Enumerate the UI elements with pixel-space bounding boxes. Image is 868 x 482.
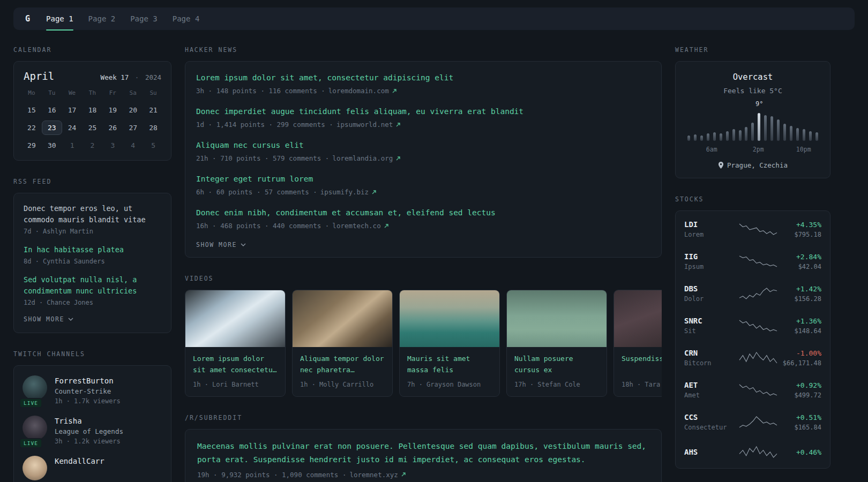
calendar: April Week 17 · 2024 Mo Tu We Th Fr Sa S…	[13, 61, 171, 161]
stock-values: +0.51% $165.84	[794, 413, 821, 431]
rss-feed: Donec tempor eros leo, ut commodo mauris…	[13, 193, 171, 333]
weather-bar	[790, 126, 792, 141]
hn-item-title[interactable]: Lorem ipsum dolor sit amet, consectetur …	[196, 72, 650, 84]
hn-item-domain-link[interactable]: loremtech.co	[332, 222, 388, 230]
hn-item-stats: 16h · 468 points · 440 comments ·	[196, 222, 329, 230]
page-tab[interactable]: Page 1	[46, 7, 73, 30]
video-thumbnail[interactable]	[614, 290, 662, 347]
calendar-days-grid: 15 16 17 18 19 20 21 22 23 24 25 26 27 2…	[21, 103, 163, 153]
video-title[interactable]: Mauris sit amet massa felis	[407, 353, 492, 376]
video-title[interactable]: Nullam posuere cursus ex	[514, 353, 599, 376]
video-title[interactable]: Aliquam tempor dolor nec pharetra…	[300, 353, 385, 376]
stock-sparkline	[739, 319, 777, 333]
page-tab[interactable]: Page 3	[130, 7, 158, 30]
video-card[interactable]: Nullam posuere cursus ex 17h · Stefan Co…	[506, 290, 607, 397]
video-card[interactable]: Suspendisse diam 18h · Tara	[613, 290, 662, 397]
dashboard-columns: CALENDAR April Week 17 · 2024 Mo Tu We T…	[13, 46, 855, 482]
video-title[interactable]: Lorem ipsum dolor sit amet consectetu…	[193, 353, 278, 376]
video-thumbnail[interactable]	[400, 290, 499, 347]
hn-item-domain-link[interactable]: loremdomain.com	[328, 87, 397, 95]
calendar-day: 21	[143, 103, 163, 117]
stock-row[interactable]: IIG Ipsum +2.84% $42.04	[676, 245, 830, 277]
weather-time-10pm: 10pm	[796, 146, 811, 153]
stock-change: -1.00%	[783, 349, 821, 357]
subreddit-domain-link[interactable]: loremnet.xyz	[349, 471, 406, 479]
page-tab-label: Page 2	[88, 14, 116, 23]
video-thumbnail[interactable]	[185, 290, 285, 347]
hn-item-domain-link[interactable]: ipsumify.biz	[320, 188, 377, 196]
video-thumbnail[interactable]	[507, 290, 607, 347]
rss-show-more-button[interactable]: SHOW MORE	[24, 315, 73, 323]
rss-item-meta-text: 12d · Chance Jones	[24, 299, 93, 306]
hn-item-domain-link[interactable]: loremlandia.org	[332, 154, 401, 162]
page-tab[interactable]: Page 2	[88, 7, 116, 30]
hackernews-show-more-button[interactable]: SHOW MORE	[196, 241, 246, 248]
video-body: Aliquam tempor dolor nec pharetra… 1h · …	[293, 347, 392, 396]
subreddit-post-title[interactable]: Maecenas mollis pulvinar erat non posuer…	[197, 440, 649, 467]
rss-item-title[interactable]: Donec tempor eros leo, ut commodo mauris…	[24, 203, 161, 225]
rss-item: In hac habitasse platea 8d · Cynthia Sau…	[24, 244, 161, 265]
rss-item-title[interactable]: Sed volutpat nulla nisl, a condimentum n…	[24, 274, 161, 297]
video-card[interactable]: Lorem ipsum dolor sit amet consectetu… 1…	[185, 290, 286, 397]
stock-company: Consectetur	[684, 424, 735, 431]
show-more-label: SHOW MORE	[196, 241, 237, 248]
calendar-week: Week 17	[101, 73, 129, 81]
stock-row[interactable]: AET Amet +0.92% $499.72	[676, 374, 830, 406]
twitch-channel[interactable]: LIVE Trisha League of Legends 3h · 1.2k …	[23, 416, 162, 445]
hn-item-domain-link[interactable]: ipsumworld.net	[336, 120, 401, 129]
stock-symbol: LDI	[684, 220, 735, 229]
hn-item-title[interactable]: Integer eget rutrum lorem	[196, 174, 650, 185]
calendar-day: 4	[123, 138, 143, 153]
calendar-year: 2024	[145, 73, 161, 81]
hn-item-title[interactable]: Donec imperdiet augue tincidunt felis al…	[196, 106, 650, 117]
channel-name[interactable]: Trisha	[55, 417, 123, 425]
hn-item-title[interactable]: Aliquam nec cursus elit	[196, 140, 650, 151]
weather-bar	[739, 130, 742, 141]
channel-name[interactable]: KendallCarr	[55, 457, 104, 465]
stock-row[interactable]: CCS Consectetur +0.51% $165.84	[676, 406, 830, 438]
rss-widget-title: RSS FEED	[13, 178, 171, 185]
weather-bar	[783, 124, 786, 141]
subreddit-widget-title: /R/SUBREDDIT	[185, 414, 662, 421]
calendar-dow-label: Fr	[102, 89, 123, 96]
videos-widget-title: VIDEOS	[185, 275, 662, 282]
rss-item-title[interactable]: In hac habitasse platea	[24, 244, 161, 255]
hn-item: Aliquam nec cursus elit 21h · 710 points…	[196, 140, 650, 162]
channel-name[interactable]: ForrestBurton	[55, 376, 121, 385]
weather-bar	[809, 131, 812, 141]
rss-items: Donec tempor eros leo, ut commodo mauris…	[24, 203, 161, 306]
calendar-day: 1	[62, 138, 83, 153]
weather-bar	[726, 131, 729, 141]
stock-row[interactable]: CRN Bitcorn -1.00% $66,171.48	[676, 342, 830, 374]
hackernews-items: Lorem ipsum dolor sit amet, consectetur …	[196, 72, 650, 230]
stock-info: AET Amet	[684, 381, 735, 399]
calendar-month: April	[24, 70, 54, 82]
hn-item: Integer eget rutrum lorem 6h · 60 points…	[196, 174, 650, 196]
stock-row[interactable]: AHS +0.46%	[676, 438, 830, 466]
weather-widget: WEATHER Overcast Feels like 5°C 9° 6am 2…	[675, 46, 830, 178]
video-title[interactable]: Suspendisse diam	[622, 353, 662, 376]
stocks-list: LDI Lorem +4.35% $795.18 IIG Ipsum +2.84…	[675, 210, 830, 469]
channel-info: KendallCarr	[55, 456, 104, 480]
twitch-channel[interactable]: LIVE ForrestBurton Counter-Strike 1h · 1…	[23, 375, 162, 405]
video-thumbnail[interactable]	[293, 290, 392, 347]
hn-item-title[interactable]: Donec enim nibh, condimentum et accumsan…	[196, 207, 650, 219]
video-meta: 18h · Tara	[622, 381, 662, 388]
calendar-dow-label: Tu	[42, 89, 62, 96]
hn-item-meta: 1d · 1,414 points · 299 comments · ipsum…	[196, 120, 650, 129]
stock-values: +2.84% $42.04	[796, 253, 821, 270]
video-card[interactable]: Aliquam tempor dolor nec pharetra… 1h · …	[292, 290, 393, 397]
video-card[interactable]: Mauris sit amet massa felis 7h · Grayson…	[399, 290, 500, 397]
avatar-wrap: LIVE	[23, 416, 47, 445]
stock-price: $795.18	[794, 231, 821, 238]
weather-bar	[713, 132, 716, 141]
twitch-channel[interactable]: KendallCarr	[23, 456, 162, 480]
weather-feels-like: Feels like 5°C	[684, 87, 821, 95]
live-badge: LIVE	[19, 398, 42, 408]
stock-change: +0.51%	[794, 413, 821, 421]
stock-row[interactable]: DBS Dolor +1.42% $156.28	[676, 277, 830, 310]
page-tab[interactable]: Page 4	[173, 7, 200, 30]
stock-row[interactable]: SNRC Sit +1.36% $148.64	[676, 310, 830, 342]
hn-item-domain: ipsumworld.net	[336, 120, 393, 129]
stock-row[interactable]: LDI Lorem +4.35% $795.18	[676, 213, 830, 245]
